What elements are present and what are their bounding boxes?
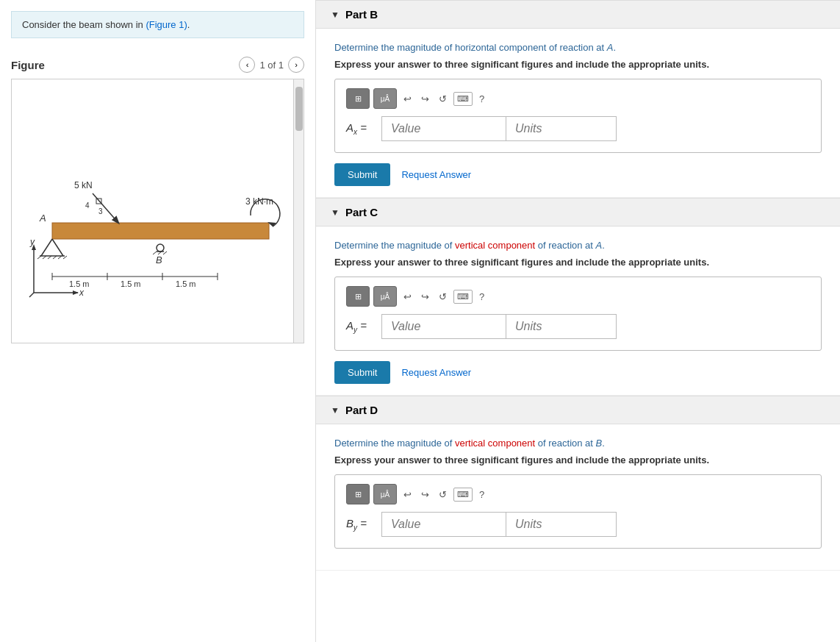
grid-icon-c[interactable]: ⊞ <box>346 286 370 307</box>
part-d-input-row: By = <box>346 512 810 537</box>
svg-text:x: x <box>79 288 85 298</box>
left-panel: Consider the beam shown in (Figure 1). F… <box>0 0 316 642</box>
keyboard-icon-b[interactable]: ⌨ <box>453 92 473 106</box>
redo-icon-b[interactable]: ↪ <box>418 91 432 107</box>
help-icon-b[interactable]: ? <box>476 91 487 107</box>
part-c-var-label: Ay = <box>346 319 376 334</box>
part-d-question: Determine the magnitude of vertical comp… <box>334 438 822 449</box>
part-d-var-label: By = <box>346 517 376 532</box>
svg-text:3 kN·m: 3 kN·m <box>245 196 273 207</box>
part-b-instruction: Express your answer to three significant… <box>334 59 822 70</box>
prev-figure-btn[interactable]: ‹ <box>239 57 255 73</box>
part-d-title: Part D <box>345 404 378 416</box>
svg-point-18 <box>157 244 164 252</box>
part-d-content: Determine the magnitude of vertical comp… <box>316 424 840 571</box>
svg-text:5 kN: 5 kN <box>74 180 93 190</box>
info-box: Consider the beam shown in (Figure 1). <box>11 11 304 38</box>
part-b-arrow: ▼ <box>331 10 340 20</box>
next-figure-btn[interactable]: › <box>288 57 304 73</box>
part-d-highlight: vertical component <box>455 438 535 449</box>
redo-icon-d[interactable]: ↪ <box>418 487 432 502</box>
part-d-answer-box: ⊞ μÂ ↩ ↪ ↺ ⌨ ? By = <box>334 474 822 549</box>
part-c-title: Part C <box>345 206 378 218</box>
part-b-content: Determine the magnitude of horizontal co… <box>316 29 840 198</box>
part-c-content: Determine the magnitude of vertical comp… <box>316 227 840 396</box>
help-icon-d[interactable]: ? <box>476 487 487 502</box>
part-c-input-row: Ay = <box>346 314 810 339</box>
keyboard-icon-c[interactable]: ⌨ <box>453 290 473 304</box>
svg-text:y: y <box>29 237 35 247</box>
part-b-value-input[interactable] <box>381 116 506 141</box>
part-c-value-input[interactable] <box>381 314 506 339</box>
refresh-icon-c[interactable]: ↺ <box>436 289 450 304</box>
mu-btn-d[interactable]: μÂ <box>373 484 397 504</box>
part-d-header: ▼ Part D <box>316 396 840 424</box>
keyboard-icon-d[interactable]: ⌨ <box>453 488 473 502</box>
part-c-units-input[interactable] <box>506 314 617 339</box>
refresh-icon-b[interactable]: ↺ <box>436 91 450 107</box>
figure-svg: y x A <box>12 79 304 329</box>
undo-icon-b[interactable]: ↩ <box>401 91 414 107</box>
svg-text:B: B <box>156 254 162 265</box>
scrollbar[interactable] <box>293 79 304 343</box>
figure-title: Figure <box>11 59 45 71</box>
svg-line-24 <box>93 193 118 223</box>
part-b-request-link[interactable]: Request Answer <box>401 169 471 180</box>
figure-header: Figure ‹ 1 of 1 › <box>11 57 304 73</box>
part-c-submit-btn[interactable]: Submit <box>334 361 390 384</box>
part-c-instruction: Express your answer to three significant… <box>334 257 822 268</box>
svg-text:1.5 m: 1.5 m <box>121 279 141 288</box>
figure-area: Figure ‹ 1 of 1 › y x <box>0 49 315 642</box>
info-text: Consider the beam shown in <box>22 19 146 30</box>
part-d-units-input[interactable] <box>506 512 617 537</box>
part-d-instruction: Express your answer to three significant… <box>334 454 822 466</box>
part-d-toolbar: ⊞ μÂ ↩ ↪ ↺ ⌨ ? <box>346 484 810 504</box>
grid-icon-d[interactable]: ⊞ <box>346 484 370 504</box>
figure-container: y x A <box>11 79 304 343</box>
part-c-question: Determine the magnitude of vertical comp… <box>334 240 822 251</box>
part-b-submit-btn[interactable]: Submit <box>334 163 390 186</box>
figure-link[interactable]: (Figure 1) <box>146 19 187 30</box>
part-b-answer-box: ⊞ μÂ ↩ ↪ ↺ ⌨ ? Ax = <box>334 79 822 153</box>
part-c-highlight: vertical component <box>455 240 535 251</box>
svg-text:3: 3 <box>98 207 103 215</box>
part-c-toolbar: ⊞ μÂ ↩ ↪ ↺ ⌨ ? <box>346 286 810 307</box>
svg-line-11 <box>37 256 41 259</box>
svg-line-8 <box>41 239 52 256</box>
mu-btn-c[interactable]: μÂ <box>373 286 397 307</box>
svg-text:A: A <box>39 213 46 224</box>
undo-icon-c[interactable]: ↩ <box>401 289 414 304</box>
right-panel: ▼ Part B Determine the magnitude of hori… <box>316 0 840 642</box>
svg-line-4 <box>29 293 34 297</box>
part-d-arrow: ▼ <box>331 405 340 415</box>
part-c-request-link[interactable]: Request Answer <box>401 367 471 378</box>
part-c-arrow: ▼ <box>331 207 340 218</box>
figure-nav: ‹ 1 of 1 › <box>239 57 304 73</box>
part-b-input-row: Ax = <box>346 116 810 141</box>
svg-text:1.5 m: 1.5 m <box>69 279 90 288</box>
svg-rect-7 <box>52 223 269 239</box>
svg-line-9 <box>52 239 63 256</box>
part-b-toolbar: ⊞ μÂ ↩ ↪ ↺ ⌨ ? <box>346 88 810 109</box>
part-c-answer-box: ⊞ μÂ ↩ ↪ ↺ ⌨ ? Ay = <box>334 277 822 351</box>
redo-icon-c[interactable]: ↪ <box>418 289 432 304</box>
part-d-value-input[interactable] <box>381 512 506 537</box>
part-b-var-label: Ax = <box>346 121 376 136</box>
mu-btn-b[interactable]: μÂ <box>373 88 397 109</box>
part-b-units-input[interactable] <box>506 116 617 141</box>
scroll-thumb <box>295 87 303 131</box>
help-icon-c[interactable]: ? <box>476 289 487 304</box>
part-b-question: Determine the magnitude of horizontal co… <box>334 42 822 53</box>
nav-label: 1 of 1 <box>259 60 284 71</box>
svg-text:4: 4 <box>85 201 90 210</box>
svg-text:1.5 m: 1.5 m <box>176 279 196 288</box>
undo-icon-d[interactable]: ↩ <box>401 487 414 502</box>
grid-icon-b[interactable]: ⊞ <box>346 88 370 109</box>
part-c-actions: Submit Request Answer <box>334 361 822 384</box>
part-b-title: Part B <box>345 8 378 21</box>
svg-marker-6 <box>73 290 79 295</box>
part-b-actions: Submit Request Answer <box>334 163 822 186</box>
part-c-header: ▼ Part C <box>316 198 840 227</box>
refresh-icon-d[interactable]: ↺ <box>436 487 450 502</box>
part-b-header: ▼ Part B <box>316 0 840 29</box>
